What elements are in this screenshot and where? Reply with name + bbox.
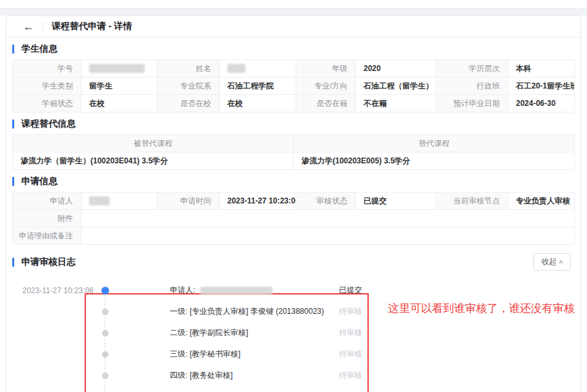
field-value: 留学生 xyxy=(81,77,158,95)
reason-value xyxy=(81,227,575,245)
status-pending: 待审核 xyxy=(339,306,362,317)
back-icon[interactable]: ← xyxy=(23,21,34,32)
substitute-course-cell: 渗流力学(100203E005) 3.5学分 xyxy=(294,152,575,170)
field-label: 申请时间 xyxy=(158,192,220,210)
timeline-entry-level4: 四级: [教务处审核] 待审核 xyxy=(12,365,575,386)
field-value: 在校 xyxy=(220,95,296,112)
field-value: 石油工程学院 xyxy=(220,77,296,95)
field-value: 2023-11-27 10:23:06 xyxy=(220,192,296,210)
timeline-dot-active xyxy=(101,287,109,294)
timeline-dot-pending xyxy=(102,330,108,336)
audit-log-timeline: 2023-11-27 10:23:06 申请人: 已提交 一级: [专业负责人审… xyxy=(12,280,575,392)
column-header-substitute-course: 替代课程 xyxy=(294,135,575,152)
field-label: 附件 xyxy=(13,210,81,227)
card-header: ← 课程替代申请 - 详情 xyxy=(6,16,581,37)
field-value: 已提交 xyxy=(356,192,437,210)
reviewer-annotation-text: 这里可以看到谁审核了，谁还没有审核 xyxy=(388,301,575,316)
field-value: 2020 xyxy=(356,60,437,77)
student-info-table: 学号 姓名 年级 2020 学历层次 本科 学生类别 留学生 专业院系 石油工程… xyxy=(12,59,575,112)
replaced-course-cell: 渗流力学（留学生）(100203E041) 3.5学分 xyxy=(13,152,294,170)
field-value: 石油工程（留学生） xyxy=(356,77,437,95)
detail-card: ← 课程替代申请 - 详情 学生信息 学号 姓名 年级 2020 学历层次 本科… xyxy=(6,15,581,392)
field-value: 2024-06-30 xyxy=(508,95,575,112)
field-value: 不在籍 xyxy=(356,95,437,112)
field-value-applicant xyxy=(81,192,158,210)
field-label: 学历层次 xyxy=(437,60,508,77)
field-label: 专业/方向 xyxy=(296,77,356,95)
field-value-student-name xyxy=(220,60,296,77)
status-pending: 待审核 xyxy=(339,370,362,381)
redacted-applicant-name xyxy=(89,196,110,205)
field-value-student-id xyxy=(81,60,158,77)
field-label: 姓名 xyxy=(158,60,220,77)
course-substitution-table: 被替代课程 替代课程 渗流力学（留学生）(100203E041) 3.5学分 渗… xyxy=(12,134,575,170)
section-accent-bar xyxy=(12,45,14,54)
field-label: 是否在校 xyxy=(158,95,220,112)
field-label: 学生类别 xyxy=(13,77,81,95)
page-top-band xyxy=(0,8,587,15)
application-section-title: 申请信息 xyxy=(12,176,575,187)
timeline-dot-pending xyxy=(102,373,108,379)
timeline-entry-level3: 三级: [教学秘书审核] 待审核 xyxy=(12,344,575,365)
field-label: 专业院系 xyxy=(158,77,220,95)
section-accent-bar xyxy=(12,119,14,129)
application-info-table: 申请人 申请时间 2023-11-27 10:23:06 审核状态 已提交 当前… xyxy=(12,192,575,245)
attachment-value xyxy=(81,210,575,227)
timeline-dot-pending xyxy=(102,309,108,315)
field-value: 在校 xyxy=(81,95,158,112)
field-label: 申请理由或备注 xyxy=(13,227,81,245)
timeline-entry-level2: 二级: [教学副院长审核] 待审核 xyxy=(12,322,575,344)
status-submitted: 已提交 xyxy=(339,285,362,296)
field-label: 审核状态 xyxy=(296,192,356,210)
field-label: 申请人 xyxy=(13,192,81,210)
timeline-entry-final: 最终审核结果 – xyxy=(12,386,575,392)
redacted-applicant-name xyxy=(200,287,273,294)
log-section-title: 申请审核日志 收起 ∧ xyxy=(12,253,571,271)
section-accent-bar xyxy=(12,177,14,186)
collapse-button[interactable]: 收起 ∧ xyxy=(533,253,571,271)
redacted-student-name xyxy=(227,64,245,73)
field-value: 本科 xyxy=(508,60,575,77)
chevron-up-icon: ∧ xyxy=(559,260,564,265)
field-label: 是否在籍 xyxy=(296,95,356,112)
section-accent-bar xyxy=(12,258,14,267)
field-value: 石工20-1留学生班 xyxy=(508,77,575,95)
redacted-student-id xyxy=(89,64,145,73)
field-label: 学号 xyxy=(13,60,81,77)
timeline-dot-pending xyxy=(102,351,108,358)
field-label: 年级 xyxy=(296,60,356,77)
field-label: 预计毕业日期 xyxy=(437,95,508,112)
field-label: 行政班 xyxy=(437,77,508,95)
field-value: 专业负责人审核 xyxy=(508,192,575,210)
field-label: 当前审核节点 xyxy=(437,192,508,210)
status-pending: 待审核 xyxy=(339,327,362,338)
course-section-title: 课程替代信息 xyxy=(12,118,575,130)
timeline-entry-submitted: 2023-11-27 10:23:06 申请人: 已提交 xyxy=(12,280,575,301)
field-label: 学籍状态 xyxy=(13,95,81,112)
status-pending: 待审核 xyxy=(339,349,362,360)
column-header-replaced-course: 被替代课程 xyxy=(13,135,294,152)
header-divider xyxy=(43,22,43,32)
student-section-title: 学生信息 xyxy=(12,43,575,55)
page-title: 课程替代申请 - 详情 xyxy=(52,21,132,32)
